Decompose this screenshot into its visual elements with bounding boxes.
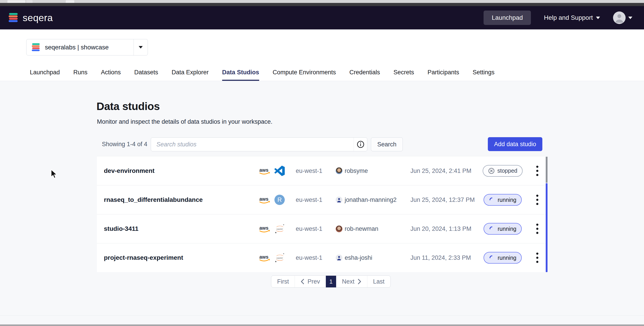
pagination-next[interactable]: Next [336,276,367,287]
brand-wordmark: seqera [23,12,53,23]
chevron-down-icon [139,46,143,49]
date-label: Jun 25, 2024, 2:41 PM [410,167,472,174]
region-label: eu-west-1 [296,167,322,174]
window-bottom-strip [0,324,644,326]
tab-datasets[interactable]: Datasets [134,66,158,79]
tab-label: Credentials [350,69,380,76]
help-label: Help and Support [544,14,593,21]
region-label: eu-west-1 [296,254,322,261]
studio-name[interactable]: project-rnaseq-experiment [104,254,183,261]
footer-divider [0,315,644,315]
search-button[interactable]: Search [371,137,403,151]
scrollbar[interactable] [546,156,548,272]
table-row[interactable]: project-rnaseq-experiment aws R jupyter … [97,243,548,272]
studio-env-icons: aws R jupyter [259,223,285,234]
pagination-last[interactable]: Last [367,276,390,287]
status-badge: running [484,252,522,264]
workspace-selector[interactable]: seqeralabs | showcase [26,39,148,56]
help-and-support-menu[interactable]: Help and Support [544,14,600,21]
user-cell: rob-newman [336,225,378,232]
region-label: eu-west-1 [296,196,322,203]
avatar [336,225,342,232]
tab-label: Participants [428,69,459,76]
studios-table-rows: dev-environment aws R jupyter eu-west-1 [97,156,548,272]
pagination-first[interactable]: First [271,276,294,287]
date-label: Jun 11, 2024, 2:33 PM [410,254,471,261]
tab-runs[interactable]: Runs [74,66,88,79]
table-row[interactable]: dev-environment aws R jupyter eu-west-1 [97,156,548,185]
studio-name[interactable]: dev-environment [104,167,154,174]
tab-launchpad[interactable]: Launchpad [30,66,60,79]
search-input[interactable] [151,138,354,151]
studio-name[interactable]: studio-3411 [104,225,138,232]
launchpad-button[interactable]: Launchpad [484,11,531,25]
tab-label: Data Studios [222,69,259,76]
screen: seqera Launchpad Help and Support [0,0,644,326]
page-subtitle: Monitor and inspect the details of data … [97,118,272,125]
studio-env-icons: aws R jupyter [259,252,285,263]
table-row[interactable]: rnaseq_to_differentialabundance aws R ju… [97,185,548,214]
tab-label: Runs [74,69,88,76]
tab-settings[interactable]: Settings [472,66,494,79]
aws-icon: aws [259,196,272,204]
tab-actions[interactable]: Actions [101,66,121,79]
brand[interactable]: seqera [8,12,53,23]
kebab-menu-icon [536,252,538,264]
search-box [151,137,367,151]
kebab-menu-icon [536,194,538,206]
row-actions-menu-button[interactable] [532,222,542,235]
chevron-down-icon [628,17,632,19]
scrollbar-track-highlight [546,183,548,272]
tab-secrets[interactable]: Secrets [394,66,414,79]
chevron-right-icon [358,279,361,284]
search-info-button[interactable] [354,138,367,151]
chevron-left-icon [301,279,304,284]
table-row[interactable]: studio-3411 aws R jupyter eu-west-1 [97,214,548,243]
row-actions-menu-button[interactable] [532,193,542,207]
avatar-icon [613,12,626,24]
svg-text:aws: aws [260,254,268,260]
tab-label: Launchpad [30,69,60,76]
status-badge: running [484,194,522,206]
tab-data-explorer[interactable]: Data Explorer [172,66,209,79]
tab-label: Settings [472,69,494,76]
studio-env-icons: aws R jupyter [259,166,285,176]
pagination-current-page[interactable]: 1 [326,276,336,287]
tab-compute-environments[interactable]: Compute Environments [273,66,336,79]
status-label: running [498,255,516,261]
pagination-prev[interactable]: Prev [295,276,326,287]
tab-label: Secrets [394,69,414,76]
workspace-selector-value: seqeralabs | showcase [45,44,134,51]
studio-name[interactable]: rnaseq_to_differentialabundance [104,196,202,203]
status-label: running [498,226,516,232]
browser-chrome-dark-strip [0,3,644,6]
aws-icon: aws [259,167,272,175]
add-data-studio-button[interactable]: Add data studio [488,137,542,151]
row-actions-menu-button[interactable] [532,251,542,264]
date-label: Jun 25, 2024, 12:37 PM [410,196,475,203]
tab-data-studios[interactable]: Data Studios [222,66,259,79]
status-label: running [498,197,516,203]
browser-tab-fragment [8,0,25,3]
tab-participants[interactable]: Participants [428,66,459,79]
workspace-selector-caret[interactable] [134,46,148,49]
user-menu[interactable] [613,12,632,24]
status-label: stopped [498,167,518,174]
seqera-logo-icon [32,43,40,52]
status-badge: stopped [483,165,523,177]
studio-env-icons: aws R jupyter [259,195,285,205]
stopped-icon [488,167,495,174]
tab-label: Datasets [134,69,158,76]
info-icon [357,141,364,148]
studios-table: dev-environment aws R jupyter eu-west-1 [97,156,548,272]
tab-credentials[interactable]: Credentials [350,66,380,79]
user-cell: esha-joshi [336,254,372,261]
kebab-menu-icon [536,223,538,235]
scrollbar-thumb[interactable] [546,157,548,183]
svg-text:aws: aws [260,225,268,231]
user-name: robsyme [345,167,368,174]
studios-toolbar: Showing 1-4 of 4 Search Add data studio [97,132,548,156]
page-title: Data studios [96,100,160,113]
row-actions-menu-button[interactable] [532,164,542,178]
chevron-down-icon [596,17,600,19]
